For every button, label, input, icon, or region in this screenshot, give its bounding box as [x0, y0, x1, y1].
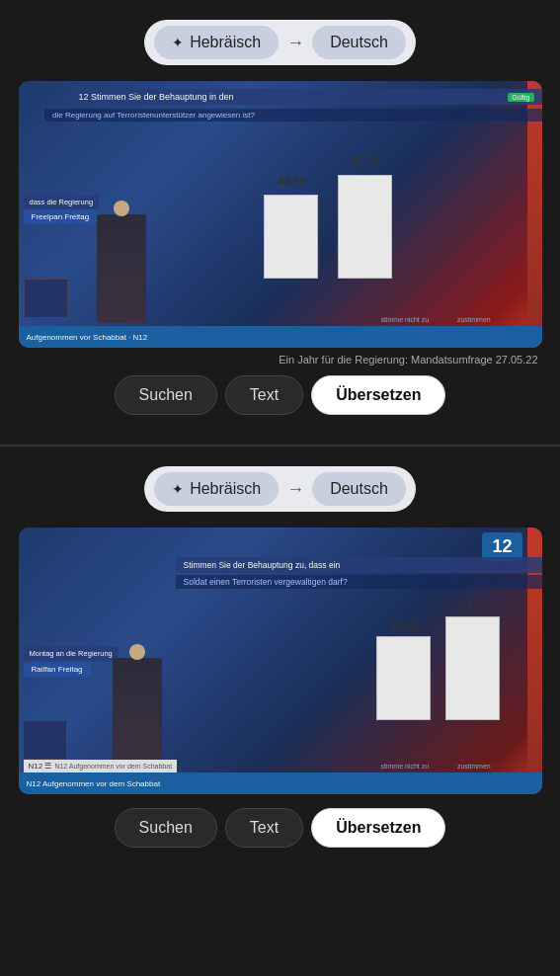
video-2: 12 Stimmen Sie der Behauptung zu, dass e… [19, 528, 542, 794]
lang-selector-1: ✦ Hebräisch → Deutsch [144, 20, 416, 65]
bar-group-1a: 43 % [264, 174, 318, 279]
sparkle-icon-1: ✦ [172, 35, 184, 50]
pct-label-1a: 43 % [278, 174, 304, 188]
ticker-1: Aufgenommen vor Schabbat · N12 [19, 326, 542, 348]
sub-banner-text-1: die Regierung auf Terroristenunterstütze… [52, 111, 255, 120]
text-button-1[interactable]: Text [225, 375, 303, 415]
lang-to-button-1[interactable]: Deutsch [312, 26, 406, 59]
action-buttons-2: Suchen Text Übersetzen [115, 808, 446, 848]
caption-1: Ein Jahr für die Regierung: Mandatsumfra… [19, 354, 542, 366]
pct-label-1b: 47 % [352, 154, 378, 168]
inset-box-1 [24, 279, 68, 318]
n12-logo-2: N12 ☰ [29, 762, 52, 771]
bar-1a [264, 195, 318, 279]
text-bubble-1b: Freelpan Freitag [24, 209, 98, 224]
top-banner-text-2b: Soldat einen Terroristen vergewaltigen d… [184, 577, 348, 587]
bar-label-2a: stimme nicht zu [380, 763, 429, 770]
chart-labels-1: stimme nicht zu zustimmen [371, 316, 500, 323]
lang-to-label-2: Deutsch [330, 480, 388, 498]
text-bubble-2b: Railfan Freitag [24, 662, 91, 677]
person-silhouette-2 [113, 658, 162, 767]
ticker-text-1: Aufgenommen vor Schabbat · N12 [27, 333, 148, 342]
search-button-2[interactable]: Suchen [115, 808, 217, 848]
text-button-2[interactable]: Text [225, 808, 303, 848]
text-bubble-1a: dass die Regierung [24, 195, 100, 209]
bar-group-2b: 47 % [445, 600, 500, 720]
ticker-text-2: N12 Aufgenommen vor dem Schabbat [27, 779, 161, 788]
translate-button-2[interactable]: Übersetzen [311, 808, 445, 848]
chart-labels-2: stimme nicht zu zustimmen [371, 763, 500, 770]
bar-label-1a: stimme nicht zu [380, 316, 429, 323]
lang-from-label-1: Hebräisch [190, 34, 261, 51]
video-1: 12 Stimmen Sie der Behauptung in den Gül… [19, 81, 542, 348]
n12-bar-2: N12 ☰ N12 Aufgenommen vor dem Schabbat [24, 760, 178, 773]
n12-ticker-2: N12 Aufgenommen vor dem Schabbat [54, 763, 172, 770]
action-buttons-1: Suchen Text Übersetzen [115, 375, 446, 415]
bar-group-1b: 47 % [338, 154, 392, 279]
top-banner-2a: Stimmen Sie der Behauptung zu, dass ein [176, 557, 542, 573]
lang-arrow-2: → [286, 479, 304, 500]
inset-box-2 [23, 720, 67, 760]
lang-from-button-1[interactable]: ✦ Hebräisch [154, 26, 279, 59]
lang-from-label-2: Hebräisch [190, 480, 261, 498]
chart-area-2: 43 % 47 % [376, 582, 500, 720]
text-bubble-2a: Montag an die Regierung [24, 646, 119, 661]
lang-from-button-2[interactable]: ✦ Hebräisch [154, 472, 279, 506]
card-2: ✦ Hebräisch → Deutsch 12 Stimmen Sie der… [19, 466, 542, 848]
correct-badge-1: Gültig [508, 93, 533, 102]
bar-1b [338, 175, 392, 279]
ticker-2: N12 Aufgenommen vor dem Schabbat [19, 773, 542, 794]
lang-to-label-1: Deutsch [330, 34, 388, 51]
chart-area-1: 43 % 47 % [254, 130, 516, 288]
broadcast-bg-2: 12 Stimmen Sie der Behauptung zu, dass e… [19, 528, 542, 794]
top-banner-1: 12 Stimmen Sie der Behauptung in den Gül… [71, 89, 542, 105]
top-banner-text-1: 12 Stimmen Sie der Behauptung in den [79, 92, 503, 102]
bar-label-2b: zustimmen [457, 763, 491, 770]
person-head-2 [129, 644, 145, 660]
lang-to-button-2[interactable]: Deutsch [312, 472, 406, 506]
top-banner-text-2a: Stimmen Sie der Behauptung zu, dass ein [184, 560, 341, 570]
bar-group-2a: 43 % [376, 619, 431, 720]
pct-label-2a: 43 % [390, 619, 417, 633]
translate-button-1[interactable]: Übersetzen [311, 375, 445, 415]
card-1: ✦ Hebräisch → Deutsch 12 Stimmen Sie der… [19, 20, 542, 415]
person-head-1 [114, 201, 129, 216]
pct-label-2b: 47 % [459, 600, 486, 613]
broadcast-bg-1: 12 Stimmen Sie der Behauptung in den Gül… [19, 81, 542, 348]
bar-2b [445, 616, 500, 720]
sub-banner-1: die Regierung auf Terroristenunterstütze… [44, 109, 542, 122]
sparkle-icon-2: ✦ [172, 481, 184, 497]
bar-2a [376, 636, 431, 720]
divider [0, 445, 560, 447]
bar-label-1b: zustimmen [457, 316, 491, 323]
lang-selector-2: ✦ Hebräisch → Deutsch [144, 466, 416, 512]
person-silhouette-1 [97, 214, 146, 323]
search-button-1[interactable]: Suchen [115, 375, 217, 415]
lang-arrow-1: → [286, 33, 304, 53]
